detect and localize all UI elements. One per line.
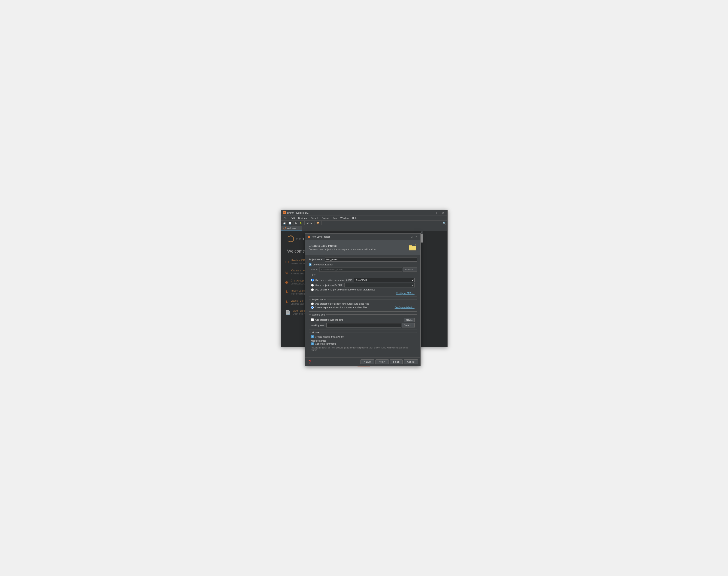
jre-radio2[interactable] — [311, 284, 314, 287]
scroll-thumb[interactable] — [421, 234, 423, 242]
jre-radio3-row: Use default JRE 'jre' and workspace comp… — [311, 288, 415, 291]
dialog-body: Project name: Use default location Locat… — [305, 255, 420, 357]
toolbar: 💾 📄 ▶ 🐛 ◀ ▶ 📦 🔍 — [281, 221, 447, 226]
close-window-button[interactable]: ✕ — [441, 211, 445, 214]
scrollbar[interactable]: ▲ ▼ — [420, 231, 423, 236]
toolbar-run[interactable]: ▶ — [295, 221, 298, 225]
tab-welcome-label: Welcome — [287, 227, 297, 229]
jre-radio3-label: Use default JRE 'jre' and workspace comp… — [315, 288, 375, 291]
dialog-header-subtitle: Create a Java project in the workspace o… — [309, 248, 376, 251]
cancel-button[interactable]: Cancel — [404, 359, 418, 364]
working-sets-input[interactable] — [326, 323, 401, 327]
dialog-overlay: J New Java Project — □ ✕ Crea — [281, 231, 447, 347]
menu-search[interactable]: Search — [310, 216, 320, 220]
generate-comments-row: Generate comments — [311, 343, 415, 345]
working-sets-legend: Working sets — [311, 313, 326, 316]
scroll-up-arrow[interactable]: ▲ — [421, 232, 423, 233]
page-wrapper: simran - Eclipse IDE — □ ✕ File Edit Nav… — [281, 210, 447, 367]
toolbar-debug[interactable]: 🐛 — [299, 221, 303, 225]
svg-point-3 — [284, 228, 285, 229]
use-default-location-row: Use default location — [309, 263, 417, 266]
maximize-button[interactable]: □ — [436, 211, 439, 214]
layout-radio1-label: Use project folder as root for sources a… — [315, 303, 369, 305]
create-module-row: Create module-info.java file — [311, 336, 415, 338]
layout-radio1-row: Use project folder as root for sources a… — [311, 303, 415, 305]
eclipse-title-icon — [283, 211, 286, 214]
svg-text:J: J — [309, 236, 309, 238]
jre-radio1-label: Use an execution environment JRE: — [315, 279, 353, 282]
layout-radio2[interactable] — [311, 306, 314, 309]
toolbar-sep3 — [314, 221, 315, 225]
project-name-input[interactable] — [325, 257, 417, 262]
menu-project[interactable]: Project — [320, 216, 330, 220]
dialog-title-label: New Java Project — [312, 235, 330, 238]
jre-radio1[interactable] — [311, 279, 314, 282]
search-icon[interactable]: 🔍 — [443, 222, 446, 225]
tab-close-welcome[interactable]: ✕ — [298, 227, 299, 229]
toolbar-external[interactable]: 📦 — [316, 221, 320, 225]
minimize-button[interactable]: — — [429, 211, 434, 214]
dialog-maximize[interactable]: □ — [410, 235, 413, 238]
layout-radio1[interactable] — [311, 303, 314, 305]
select-working-set-button[interactable]: Select... — [402, 323, 415, 327]
dialog-header-title: Create a Java Project — [309, 244, 376, 248]
jre-environment-select[interactable]: JavaSE-17 — [354, 278, 415, 282]
back-button[interactable]: < Back — [360, 359, 374, 364]
menu-navigate[interactable]: Navigate — [297, 216, 309, 220]
next-button[interactable]: Next > — [375, 359, 389, 364]
dialog-header: Create a Java Project Create a Java proj… — [305, 240, 420, 255]
footer-buttons: < Back Next > Finish Cancel — [360, 359, 418, 364]
menu-run[interactable]: Run — [331, 216, 339, 220]
project-layout-legend: Project layout — [311, 298, 327, 301]
menu-help[interactable]: Help — [351, 216, 358, 220]
add-to-working-sets-label: Add project to working sets — [315, 318, 343, 321]
jre-radio2-label: Use a project specific JRE: — [315, 284, 343, 287]
working-sets-label: Working sets: — [311, 324, 325, 327]
create-module-label: Create module-info.java file — [315, 336, 344, 338]
menu-window[interactable]: Window — [339, 216, 350, 220]
tab-bar: Welcome ✕ — [281, 226, 447, 231]
location-input[interactable] — [319, 267, 402, 271]
tab-welcome[interactable]: Welcome ✕ — [281, 226, 302, 231]
use-default-location-checkbox[interactable] — [309, 263, 312, 266]
module-legend: Module — [311, 331, 320, 334]
jre-radio2-row: Use a project specific JRE: — [311, 283, 415, 287]
menu-edit[interactable]: Edit — [289, 216, 296, 220]
working-sets-select-row: Working sets: Select... — [311, 323, 415, 327]
new-working-set-button[interactable]: New... — [404, 318, 415, 322]
title-bar: simran - Eclipse IDE — □ ✕ — [281, 210, 447, 216]
finish-button[interactable]: Finish — [390, 359, 403, 364]
toolbar-back[interactable]: ◀ — [306, 221, 309, 225]
toolbar-forward[interactable]: ▶ — [310, 221, 313, 225]
generate-comments-checkbox[interactable] — [311, 343, 314, 345]
menu-bar: File Edit Navigate Search Project Run Wi… — [281, 216, 447, 221]
jre-specific-select[interactable] — [344, 283, 415, 287]
jre-radio1-row: Use an execution environment JRE: JavaSE… — [311, 278, 415, 282]
configure-default-link[interactable]: Configure default... — [395, 306, 415, 309]
jre-fieldset: JRE Use an execution environment JRE: Ja… — [309, 274, 417, 296]
add-to-working-sets-row: Add project to working sets New... — [311, 318, 415, 322]
svg-rect-9 — [409, 246, 416, 250]
window-title: simran - Eclipse IDE — [287, 211, 309, 214]
dialog-minimize[interactable]: — — [405, 235, 409, 238]
dialog-title-bar: J New Java Project — □ ✕ — [305, 233, 420, 240]
create-module-checkbox[interactable] — [311, 336, 314, 338]
dialog-header-folder-icon — [408, 243, 417, 252]
help-icon[interactable]: ❓ — [308, 360, 312, 364]
use-default-location-label: Use default location — [313, 263, 333, 266]
configure-jres-link[interactable]: Configure JREs... — [396, 292, 414, 294]
menu-file[interactable]: File — [282, 216, 289, 220]
toolbar-new[interactable]: 📄 — [288, 221, 292, 225]
dialog-title-controls: — □ ✕ — [405, 235, 418, 238]
dialog-close[interactable]: ✕ — [414, 235, 418, 238]
dialog-footer: ❓ < Back Next > Finish Cancel — [305, 357, 420, 366]
module-fieldset: Module Create module-info.java file Modu… — [309, 331, 417, 353]
browse-button[interactable]: Browse... — [403, 267, 417, 271]
toolbar-save[interactable]: 💾 — [282, 221, 287, 225]
svg-point-1 — [283, 212, 285, 213]
configure-jres-row: Configure JREs... — [311, 292, 415, 294]
project-name-row: Project name: — [309, 257, 417, 262]
jre-radio3[interactable] — [311, 288, 314, 291]
add-to-working-sets-checkbox[interactable] — [311, 318, 314, 321]
title-bar-controls: — □ ✕ — [429, 211, 445, 214]
